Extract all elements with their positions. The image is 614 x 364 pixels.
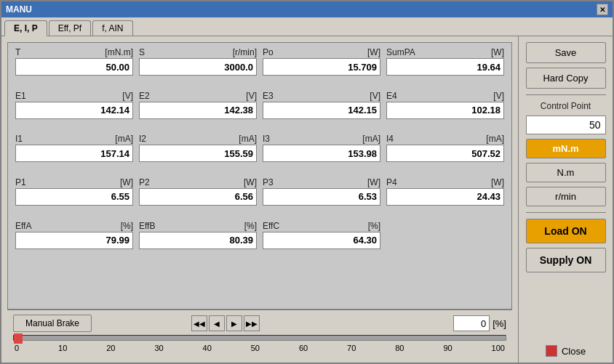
cell-Po: Po [W] 15.709	[260, 47, 383, 89]
cell-P3: P3 [W] 6.53	[260, 177, 383, 219]
unit-mn-button[interactable]: mN.m	[526, 139, 606, 158]
P3-label-row: P3 [W]	[263, 177, 380, 188]
save-button[interactable]: Save	[526, 42, 606, 63]
T-value: 50.00	[15, 58, 133, 76]
P4-label-row: P4 [W]	[386, 177, 504, 188]
cell-EffA: EffA [%] 79.99	[12, 221, 136, 263]
T-label: T	[15, 47, 20, 57]
data-grid: T [mN.m] 50.00 S [r/min] 3000.0	[7, 42, 512, 310]
cell-E4: E4 [V] 102.18	[383, 91, 507, 133]
I4-label: I4	[386, 134, 394, 144]
P1-value: 6.55	[15, 188, 133, 206]
T-unit: [mN.m]	[105, 47, 133, 57]
SumPA-value: 19.64	[386, 58, 504, 76]
slider-label-80: 80	[395, 344, 404, 352]
P4-value: 24.43	[386, 188, 504, 206]
cell-I1: I1 [mA] 157.14	[12, 134, 136, 176]
percent-input[interactable]	[453, 315, 490, 331]
P3-value: 6.53	[263, 188, 380, 206]
supply-on-button[interactable]: Supply ON	[526, 248, 606, 272]
SumPA-unit: [W]	[491, 47, 504, 57]
cell-T: T [mN.m] 50.00	[12, 47, 136, 89]
hard-copy-button[interactable]: Hard Copy	[526, 68, 606, 89]
P2-value: 6.56	[139, 188, 257, 206]
P2-label-row: P2 [W]	[139, 177, 257, 188]
title-bar: MANU ✕	[1, 1, 613, 17]
close-row: Close	[546, 345, 586, 357]
E1-label-row: E1 [V]	[15, 91, 133, 102]
EffC-value: 64.30	[263, 232, 380, 249]
E3-value: 142.15	[263, 102, 380, 119]
E4-value: 102.18	[386, 102, 504, 119]
nav-first-button[interactable]: ◀◀	[191, 315, 207, 331]
slider-track[interactable]	[13, 335, 506, 341]
E4-unit: [V]	[493, 91, 504, 101]
P2-unit: [W]	[244, 177, 257, 187]
cell-E2: E2 [V] 142.38	[136, 91, 260, 133]
cell-S: S [r/min] 3000.0	[136, 47, 260, 89]
P1-unit: [W]	[120, 177, 133, 187]
I2-value: 155.59	[139, 145, 257, 162]
nav-last-button[interactable]: ▶▶	[244, 315, 260, 331]
manual-brake-button[interactable]: Manual Brake	[13, 315, 92, 332]
row5: EffA [%] 79.99 EffB [%] 80.39	[12, 221, 507, 263]
E1-unit: [V]	[122, 91, 133, 101]
slider-label-20: 20	[106, 344, 115, 352]
I1-label-row: I1 [mA]	[15, 134, 133, 145]
slider-label-40: 40	[203, 344, 212, 352]
EffB-label: EffB	[139, 221, 155, 231]
slider-label-100: 100	[492, 344, 505, 352]
main-panel: T [mN.m] 50.00 S [r/min] 3000.0	[1, 36, 518, 363]
Po-value: 15.709	[263, 58, 380, 76]
unit-nm-button[interactable]: N.m	[526, 163, 606, 182]
tab-f-ain[interactable]: f, AIN	[92, 20, 132, 36]
I3-label-row: I3 [mA]	[263, 134, 380, 145]
cell-E3: E3 [V] 142.15	[260, 91, 383, 133]
EffA-unit: [%]	[121, 221, 133, 231]
E1-label: E1	[15, 91, 26, 101]
E1-value: 142.14	[15, 102, 133, 119]
tab-eff-pf[interactable]: Eff, Pf	[49, 20, 91, 36]
percent-unit: [%]	[493, 318, 506, 329]
EffA-value: 79.99	[15, 232, 133, 249]
main-window: MANU ✕ E, I, P Eff, Pf f, AIN T [mN.m] 5…	[0, 0, 614, 364]
E4-label-row: E4 [V]	[386, 91, 504, 102]
close-button-label[interactable]: Close	[562, 346, 586, 357]
slider-label-0: 0	[15, 344, 19, 352]
load-on-button[interactable]: Load ON	[526, 219, 606, 243]
cell-P4: P4 [W] 24.43	[383, 177, 507, 219]
slider-label-70: 70	[347, 344, 356, 352]
E3-unit: [V]	[370, 91, 380, 101]
S-label: S	[139, 47, 145, 57]
E2-label: E2	[139, 91, 150, 101]
separator2	[526, 212, 606, 213]
control-point-value: 50	[526, 116, 606, 134]
I3-label: I3	[263, 134, 270, 144]
P3-label: P3	[263, 177, 274, 187]
unit-rmin-button[interactable]: r/min	[526, 187, 606, 206]
separator1	[526, 94, 606, 95]
nav-next-button[interactable]: ▶	[226, 315, 242, 331]
cell-EffB: EffB [%] 80.39	[136, 221, 260, 263]
I4-label-row: I4 [mA]	[386, 134, 504, 145]
SumPA-label-row: SumPA [W]	[386, 47, 504, 58]
T-label-row: T [mN.m]	[15, 47, 133, 58]
P1-label-row: P1 [W]	[15, 177, 133, 188]
window-close-button[interactable]: ✕	[597, 4, 608, 15]
cell-SumPA: SumPA [W] 19.64	[383, 47, 507, 89]
slider-thumb[interactable]	[14, 333, 23, 344]
tab-e-i-p[interactable]: E, I, P	[4, 20, 47, 36]
content-area: T [mN.m] 50.00 S [r/min] 3000.0	[1, 36, 613, 363]
slider-labels: 0 10 20 30 40 50 60 70 80 90 100	[13, 344, 506, 352]
E4-label: E4	[386, 91, 397, 101]
slider-label-50: 50	[251, 344, 260, 352]
EffB-unit: [%]	[244, 221, 257, 231]
EffC-unit: [%]	[368, 221, 380, 231]
I1-value: 157.14	[15, 145, 133, 162]
nav-prev-button[interactable]: ◀	[209, 315, 225, 331]
I4-unit: [mA]	[486, 134, 504, 144]
EffA-label-row: EffA [%]	[15, 221, 133, 232]
close-indicator	[546, 345, 557, 357]
I2-label-row: I2 [mA]	[139, 134, 257, 145]
E3-label: E3	[263, 91, 274, 101]
